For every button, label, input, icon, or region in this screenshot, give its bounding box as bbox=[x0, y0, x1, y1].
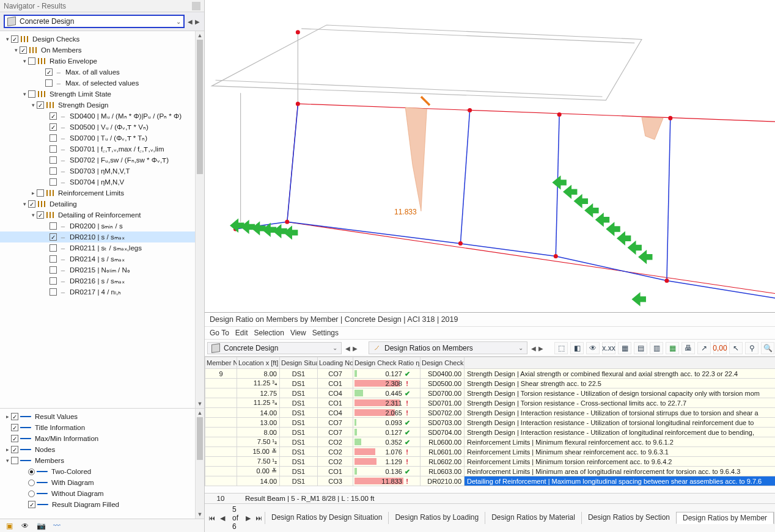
tool-decimal-icon[interactable]: 0,00 bbox=[713, 342, 727, 354]
tool-member-icon[interactable]: ⚲ bbox=[745, 342, 758, 354]
table-row[interactable]: 8.00DS1CO70.127 ✔SD0704.00Strength Desig… bbox=[205, 428, 776, 437]
tree-item[interactable]: ▸Result Values bbox=[0, 411, 204, 422]
tool-grid1-icon[interactable]: ▦ bbox=[618, 342, 631, 354]
tree-item-checkbox[interactable] bbox=[11, 413, 18, 420]
expand-toggle-icon[interactable]: ▾ bbox=[4, 457, 11, 464]
tree-item[interactable]: –SD0702 | Fᵤ,sw / (Fₙ,sw * Φᵥ,ᴛ) bbox=[0, 155, 204, 166]
result-tab[interactable]: Design Ratios by Material bbox=[485, 512, 581, 524]
col-location[interactable]: Location x [ft] bbox=[237, 357, 280, 369]
tool-export-icon[interactable]: ▦ bbox=[666, 342, 679, 354]
table-row[interactable]: 12.75DS1CO40.445 ✔SD0700.00Strength Desi… bbox=[205, 388, 776, 398]
table-row[interactable]: 7.50 ¹₂DS1CO21.129 !RL0602.00Reinforceme… bbox=[205, 457, 776, 467]
results-grid[interactable]: Member No. Location x [ft] Design Situat… bbox=[205, 357, 775, 486]
dd2-prev-button[interactable]: ◀ bbox=[530, 345, 537, 352]
tree-item-checkbox[interactable] bbox=[28, 200, 35, 208]
tool-select-icon[interactable]: ⬚ bbox=[554, 342, 568, 354]
model-viewport[interactable]: 11.833 bbox=[205, 0, 775, 312]
scroll-up-icon[interactable]: ▲ bbox=[196, 409, 204, 417]
result-tab[interactable]: Design Ratios by Loading bbox=[388, 512, 485, 524]
expand-toggle-icon[interactable]: ▸ bbox=[29, 190, 37, 196]
tree-item-checkbox[interactable] bbox=[50, 233, 57, 241]
tree-item[interactable]: –SD0703 | ηM,N,V,T bbox=[0, 166, 204, 177]
tree-item[interactable]: Two-Colored bbox=[0, 466, 204, 477]
tree-item[interactable]: ▾Strength Limit State bbox=[0, 89, 204, 100]
menu-item[interactable]: Go To bbox=[210, 329, 229, 337]
tree-item[interactable]: –DR0214 | s / sₘₐₓ bbox=[0, 253, 204, 264]
tool-print-icon[interactable]: 🖶 bbox=[681, 342, 695, 354]
col-loading[interactable]: Loading No. bbox=[318, 357, 353, 369]
tree-item-checkbox[interactable] bbox=[20, 46, 27, 54]
tree-item-checkbox[interactable] bbox=[50, 277, 57, 285]
tree-item-checkbox[interactable] bbox=[28, 57, 35, 65]
tree-item-checkbox[interactable] bbox=[50, 156, 57, 164]
tree-item-checkbox[interactable] bbox=[50, 255, 57, 263]
scroll-up-icon[interactable]: ▲ bbox=[196, 31, 204, 40]
dd2-next-button[interactable]: ▶ bbox=[537, 345, 545, 352]
expand-toggle-icon[interactable]: ▸ bbox=[4, 414, 11, 420]
scroll-down-icon[interactable]: ▼ bbox=[196, 399, 204, 408]
table-design-dropdown[interactable]: Concrete Design ⌄ bbox=[207, 342, 342, 354]
dd1-next-button[interactable]: ▶ bbox=[351, 345, 359, 352]
tree-item-checkbox[interactable] bbox=[28, 90, 35, 98]
expand-toggle-icon[interactable]: ▾ bbox=[21, 201, 28, 207]
tree-item-checkbox[interactable] bbox=[37, 211, 44, 219]
tree-item[interactable]: –DR0217 | 4 / nₗ,ₕ bbox=[0, 286, 204, 297]
expand-toggle-icon[interactable]: ▾ bbox=[21, 58, 28, 64]
tree-item-radio[interactable] bbox=[28, 479, 35, 486]
tool-cursor-icon[interactable]: ↖ bbox=[729, 342, 743, 354]
table-row[interactable]: 14.00DS1CO311.833 !DR0210.00Detailing of… bbox=[205, 476, 776, 486]
col-design-sit[interactable]: Design Situation bbox=[280, 357, 318, 369]
table-row[interactable]: 11.25 ³₄DS1CO12.308 !SD0500.00Strength D… bbox=[205, 379, 776, 388]
last-page-button[interactable]: ⏭ bbox=[253, 514, 265, 522]
tree-item-checkbox[interactable] bbox=[50, 134, 57, 142]
tree-item[interactable]: ▾On Members bbox=[0, 45, 204, 56]
tree-item[interactable]: Without Diagram bbox=[0, 488, 204, 499]
tree-item-radio[interactable] bbox=[28, 468, 35, 475]
tree-item-checkbox[interactable] bbox=[45, 68, 53, 76]
tree-item-checkbox[interactable] bbox=[50, 222, 57, 230]
table-row[interactable]: 98.00DS1CO70.127 ✔SD0400.00Strength Desi… bbox=[205, 369, 776, 379]
camera-icon[interactable]: 📷 bbox=[35, 521, 46, 531]
tree-item-checkbox[interactable] bbox=[50, 266, 57, 274]
tree-item[interactable]: –DR0211 | sₜ / sₘₐₓ,legs bbox=[0, 242, 204, 253]
tree2-scrollbar[interactable]: ▲ ▼ bbox=[195, 409, 204, 519]
table-row[interactable]: 15.00 ≚DS1CO21.076 !RL0601.00Reinforceme… bbox=[205, 447, 776, 457]
tree-item-checkbox[interactable] bbox=[50, 288, 57, 296]
tree-item[interactable]: –Max. of selected values bbox=[0, 78, 204, 89]
panel-handle-icon[interactable] bbox=[192, 2, 200, 10]
col-ratio[interactable]: Design Check Ratio η [--] bbox=[353, 357, 421, 369]
eye-icon[interactable]: 👁 bbox=[20, 521, 31, 531]
tree-item-checkbox[interactable] bbox=[50, 145, 57, 153]
tree-item-checkbox[interactable] bbox=[11, 435, 18, 442]
table-row[interactable]: 7.50 ¹₂DS1CO20.352 ✔RL0600.00Reinforceme… bbox=[205, 437, 776, 447]
table-ratios-dropdown[interactable]: ⟋ Design Ratios on Members ⌄ bbox=[369, 341, 527, 354]
expand-toggle-icon[interactable]: ▾ bbox=[29, 212, 37, 218]
tree-item-checkbox[interactable] bbox=[11, 446, 18, 453]
col-type[interactable]: Design Check Type bbox=[421, 357, 465, 369]
expand-toggle-icon[interactable]: ▾ bbox=[4, 36, 11, 42]
table-row[interactable]: 14.00DS1CO42.065 !SD0702.00Strength Desi… bbox=[205, 408, 776, 418]
tree-item-checkbox[interactable] bbox=[11, 35, 18, 43]
scroll-thumb[interactable] bbox=[197, 417, 203, 460]
col-desc[interactable]: Description bbox=[465, 357, 776, 369]
tree-item[interactable]: –Max. of all values bbox=[0, 67, 204, 78]
scroll-down-icon[interactable]: ▼ bbox=[196, 510, 204, 519]
tree-item[interactable]: –SD0700 | Tᵤ / (Φᵥ,ᴛ * Tₙ) bbox=[0, 133, 204, 144]
tree-item[interactable]: ▾Ratio Envelope bbox=[0, 56, 204, 67]
expand-toggle-icon[interactable]: ▾ bbox=[12, 47, 20, 53]
tree-item-checkbox[interactable] bbox=[28, 501, 35, 508]
result-tab[interactable]: Design Ratios by Design Situation bbox=[265, 512, 388, 524]
tree-item-checkbox[interactable] bbox=[50, 112, 57, 120]
tree-item[interactable]: –DR0216 | s / sₘₐₓ bbox=[0, 275, 204, 286]
tool-xxx-icon[interactable]: x.xx bbox=[602, 342, 615, 354]
tree-item[interactable]: ▾Detailing of Reinforcement bbox=[0, 210, 204, 220]
dd1-prev-button[interactable]: ◀ bbox=[344, 345, 351, 352]
tree-item[interactable]: –SD0400 | Mᵤ / (Mₙ * Φ)|Pᵤ / (Pₙ * Φ) bbox=[0, 111, 204, 122]
tree-item[interactable]: –DR0200 | sₘᵢₙ / s bbox=[0, 220, 204, 231]
tree-item-checkbox[interactable] bbox=[50, 167, 57, 175]
expand-toggle-icon[interactable]: ▾ bbox=[29, 102, 37, 108]
table-row[interactable]: 0.00 ≚DS1CO10.136 ✔RL0603.00Reinforcemen… bbox=[205, 467, 776, 476]
folder-icon[interactable]: ▣ bbox=[4, 521, 15, 531]
tree-item-checkbox[interactable] bbox=[50, 178, 57, 186]
tree-item[interactable]: ▸Nodes bbox=[0, 444, 204, 455]
